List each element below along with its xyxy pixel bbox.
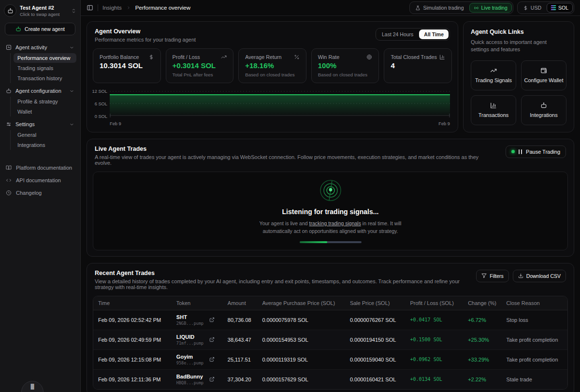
agent-swap-hint: Click to swap agent xyxy=(20,12,68,17)
recent-trades-title: Recent Agent Trades xyxy=(95,270,466,276)
filters-label: Filters xyxy=(490,273,504,279)
changelog-link[interactable]: Changelog xyxy=(4,187,76,199)
chevron-right-icon xyxy=(126,5,131,10)
currency-toggle: USD SOL xyxy=(517,1,574,14)
trade-avg-price: 0.0000119319 SOL xyxy=(257,349,345,369)
live-agent-trades-card: Live Agent Trades A real-time view of tr… xyxy=(87,139,574,257)
sidebar-item-performance-overview[interactable]: Performance overview xyxy=(14,53,76,63)
bot-icon xyxy=(6,88,12,94)
token-cell: SHT 2NGB...pump xyxy=(176,314,218,326)
col-amount: Amount xyxy=(223,296,258,310)
trade-pnl: +0.1500 SOL xyxy=(405,330,463,349)
external-link-icon[interactable] xyxy=(209,377,215,382)
external-link-icon[interactable] xyxy=(209,317,215,322)
chart-y-axis: 12 SOL 6 SOL 0 SOL xyxy=(92,89,110,119)
table-row: Feb 09, 2026 12:11:36 PM BadBunny HBQ8..… xyxy=(93,369,567,389)
token-address: HBQ8...pump xyxy=(176,380,203,385)
token-address: 2NGB...pump xyxy=(176,321,203,326)
dollar-icon xyxy=(523,5,528,11)
sidebar-item-profile-strategy[interactable]: Profile & strategy xyxy=(14,97,76,106)
table-row: Feb 09, 2026 02:49:59 PM LIQUID 71mf...p… xyxy=(93,330,567,349)
quick-link-trading-signals[interactable]: Trading Signals xyxy=(471,60,516,90)
sidebar-item-integrations[interactable]: Integrations xyxy=(14,140,76,150)
platform-documentation-link[interactable]: Platform documentation xyxy=(4,162,76,174)
sidebar-nav: Agent activity Performance overview Trad… xyxy=(0,42,80,152)
simulation-trading-button[interactable]: Simulation trading xyxy=(411,3,468,13)
trade-sale-price: 0.0000194150 SOL xyxy=(345,330,406,349)
listening-panel: Listening for trading signals... Your ag… xyxy=(93,172,568,250)
metric-label: Win Rate xyxy=(318,54,339,60)
footer-link-label: API documentation xyxy=(16,177,61,183)
sidebar-item-wallet[interactable]: Wallet xyxy=(14,107,76,116)
nav-group-label: Agent activity xyxy=(15,44,47,50)
col-token: Token xyxy=(172,296,223,310)
floating-help-button[interactable]: ▐▌ xyxy=(21,381,44,392)
agent-switcher[interactable]: Test Agent #2 Click to swap agent xyxy=(0,0,80,21)
nav-group-label: Settings xyxy=(15,121,35,127)
dollar-icon xyxy=(148,54,154,60)
quick-link-transactions[interactable]: Transactions xyxy=(471,95,516,125)
pause-trading-button[interactable]: Pause Trading xyxy=(506,145,566,158)
trade-avg-price: 0.0000075978 SOL xyxy=(257,310,345,330)
radar-icon xyxy=(319,179,342,202)
col-change: Change (%) xyxy=(463,296,501,310)
sol-label: SOL xyxy=(558,5,568,11)
quick-link-configure-wallet[interactable]: Configure Wallet xyxy=(521,60,566,90)
external-link-icon[interactable] xyxy=(209,337,215,342)
quick-links-title: Agent Quick Links xyxy=(471,29,566,35)
y-tick: 0 SOL xyxy=(92,114,107,119)
sidebar-item-general[interactable]: General xyxy=(14,130,76,140)
trade-pnl: +0.0134 SOL xyxy=(405,369,463,389)
chevron-down-icon xyxy=(69,88,74,94)
quick-link-integrations[interactable]: Integrations xyxy=(521,95,566,125)
footer-link-label: Platform documentation xyxy=(16,165,72,171)
trade-time: Feb 09, 2026 12:11:36 PM xyxy=(93,369,172,389)
nav-group-label: Agent configuration xyxy=(15,88,61,94)
create-new-agent-button[interactable]: Create new agent xyxy=(5,23,75,35)
usd-button[interactable]: USD xyxy=(519,3,546,13)
breadcrumb-insights[interactable]: Insights xyxy=(102,5,122,11)
quick-link-label: Trading Signals xyxy=(475,77,512,83)
table-header-row: Time Token Amount Average Purchase Price… xyxy=(93,296,567,310)
live-trading-button[interactable]: Live trading xyxy=(469,3,512,13)
token-symbol: Goyim xyxy=(176,354,203,360)
sidebar-item-transaction-history[interactable]: Transaction history xyxy=(14,73,76,83)
topbar: Insights Performance overview Simulation… xyxy=(81,0,580,16)
x-tick: Feb 9 xyxy=(110,121,121,126)
bot-icon xyxy=(540,102,547,109)
wallet-icon xyxy=(540,67,547,74)
api-documentation-link[interactable]: API documentation xyxy=(4,174,76,186)
last-24-hours-button[interactable]: Last 24 Hours xyxy=(377,29,418,39)
portfolio-balance-chart xyxy=(110,89,450,119)
download-csv-button[interactable]: Download CSV xyxy=(513,270,566,282)
trade-change: +33.29% xyxy=(463,349,501,369)
metric-label: Total Closed Trades xyxy=(391,54,436,60)
metric-value: 4 xyxy=(391,61,445,70)
portfolio-chart-block: 12 SOL 6 SOL 0 SOL xyxy=(87,83,458,130)
progress-fill xyxy=(300,241,328,243)
sol-button[interactable]: SOL xyxy=(547,3,573,13)
listening-text: Your agent is live and xyxy=(260,220,308,226)
all-time-button[interactable]: All Time xyxy=(419,29,449,39)
pause-icon xyxy=(519,149,522,154)
nav-group-agent-activity[interactable]: Agent activity xyxy=(4,42,76,53)
nav-group-settings[interactable]: Settings xyxy=(4,119,76,130)
external-link-icon[interactable] xyxy=(209,357,215,362)
trade-avg-price: 0.0000154953 SOL xyxy=(257,330,345,349)
tracking-signals-link[interactable]: tracking trading signals xyxy=(309,220,361,226)
live-trading-label: Live trading xyxy=(481,5,508,11)
footer-link-label: Changelog xyxy=(16,190,42,196)
agent-quick-links-card: Agent Quick Links Quick access to import… xyxy=(463,21,574,132)
quick-link-label: Configure Wallet xyxy=(524,77,564,83)
filters-button[interactable]: Filters xyxy=(476,270,509,282)
sidebar-toggle-button[interactable] xyxy=(87,4,93,11)
trade-change: +25.30% xyxy=(463,330,501,349)
trading-mode-toggle: Simulation trading Live trading xyxy=(409,1,513,14)
agent-name: Test Agent #2 xyxy=(20,5,68,11)
col-sale-price: Sale Price (SOL) xyxy=(345,296,406,310)
nav-group-agent-configuration[interactable]: Agent configuration xyxy=(4,86,76,96)
y-tick: 6 SOL xyxy=(92,102,107,106)
time-range-toggle: Last 24 Hours All Time xyxy=(376,28,450,41)
y-tick: 12 SOL xyxy=(92,89,107,94)
sidebar-item-trading-signals[interactable]: Trading signals xyxy=(14,63,76,73)
